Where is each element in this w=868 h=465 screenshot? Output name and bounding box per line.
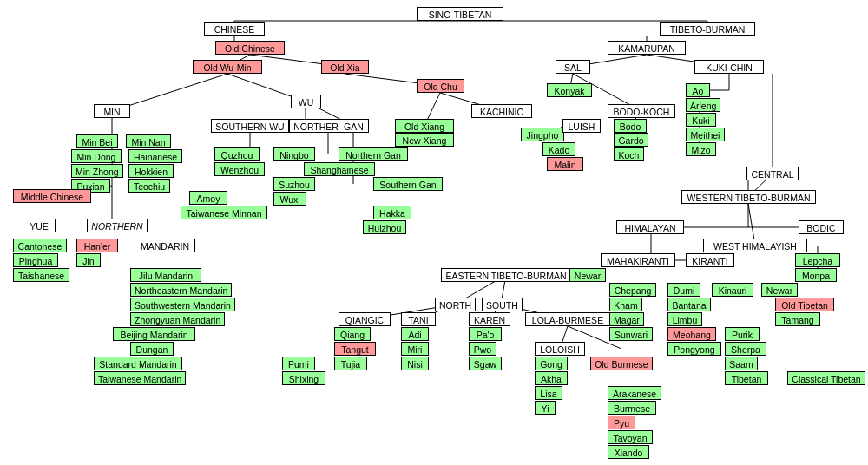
node-wuxi: Wuxi — [273, 192, 306, 206]
node-kamarupan: KAMARUPAN — [608, 41, 686, 55]
node-western-tibeto-burman: WESTERN TIBETO-BURMAN — [681, 190, 816, 204]
node-min-bei: Min Bei — [76, 134, 118, 148]
node-taiwanese-minnan: Taiwanese Minnan — [181, 206, 267, 219]
node-qiangic: QIANGIC — [339, 312, 391, 326]
node-newar2: Newar — [761, 283, 798, 297]
node-hakka: Hakka — [373, 206, 411, 219]
node-west-himalayish: WEST HIMALAYISH — [703, 239, 807, 252]
node-old-burmese: Old Burmese — [590, 357, 653, 370]
node-lepcha: Lepcha — [795, 253, 840, 267]
node-huizhou: Huizhou — [363, 220, 406, 234]
node-min: MIN — [94, 104, 130, 118]
node-qiang: Qiang — [334, 327, 371, 341]
node-akha: Akha — [535, 371, 568, 385]
node-north: NORTH — [435, 298, 476, 311]
node-kiranti: KIRANTI — [686, 253, 734, 267]
node-sal: SAL — [556, 60, 590, 74]
node-gan: GAN — [339, 119, 369, 133]
node-suzhou: Suzhou — [273, 177, 315, 191]
node-jin: Jin — [76, 253, 101, 267]
node-ao: Ao — [686, 83, 710, 97]
node-bodic: BODIC — [799, 220, 844, 234]
node-old-tibetan: Old Tibetan — [775, 298, 834, 311]
node-quzhou: Quzhou — [214, 147, 260, 161]
node-tangut: Tangut — [334, 342, 376, 356]
node-arakanese: Arakanese — [608, 386, 661, 400]
node-southwestern-mandarin: Southwestern Mandarin — [130, 298, 235, 311]
node-old-chinese: Old Chinese — [215, 41, 285, 55]
node-kachinic: KACHINIC — [471, 104, 532, 118]
node-old-wu-min: Old Wu-Min — [193, 60, 262, 74]
node-xiando: Xiando — [608, 445, 649, 459]
node-newar: Newar — [569, 268, 606, 282]
node-dungan: Dungan — [130, 342, 174, 356]
node-taiwanese-mandarin: Taiwanese Mandarin — [94, 371, 186, 385]
node-lisa: Lisa — [535, 386, 562, 400]
node-burmese: Burmese — [608, 401, 656, 415]
node-bantana: Bantana — [667, 298, 711, 311]
node-kuki-chin: KUKI-CHIN — [694, 60, 764, 74]
node-kuki: Kuki — [686, 113, 716, 127]
node-malin: Malin — [547, 157, 583, 171]
node-bodo-koch: BODO-KOCH — [608, 104, 675, 118]
node-chepang: Chepang — [609, 283, 656, 297]
node-northern-gan: Northern Gan — [339, 147, 408, 161]
node-monpa: Monpa — [795, 268, 837, 282]
node-hokkien: Hokkien — [128, 164, 174, 178]
node-nisi: Nisi — [401, 357, 429, 370]
node-beijing-mandarin: Beijing Mandarin — [113, 327, 195, 341]
node-kado: Kado — [542, 142, 575, 156]
node-saam: Saam — [725, 357, 758, 370]
node-miri: Miri — [401, 342, 429, 356]
node-old-xiang: Old Xiang — [395, 119, 454, 133]
node-magar: Magar — [609, 312, 644, 326]
node-min-nan: Min Nan — [126, 134, 171, 148]
node-luish: LUISH — [562, 119, 601, 133]
node-southern-wu: SOUTHERN WU — [211, 119, 289, 133]
node-dumi: Dumi — [667, 283, 700, 297]
node-tibeto-burman: TIBETO-BURMAN — [660, 22, 755, 36]
node-classical-tibetan: Classical Tibetan — [787, 371, 865, 385]
node-eastern-tibeto-burman: EASTERN TIBETO-BURMAN — [441, 268, 571, 282]
node-zhongyuan-mandarin: Zhongyuan Mandarin — [130, 312, 225, 326]
node-old-chu: Old Chu — [417, 79, 464, 93]
node-limbu: Limbu — [667, 312, 702, 326]
language-tree: SINO-TIBETANCHINESETIBETO-BURMANOld Chin… — [0, 0, 868, 465]
node-adi: Adi — [401, 327, 429, 341]
node-northeastern-mandarin: Northeastern Mandarin — [130, 283, 232, 297]
node-gong: Gong — [535, 357, 568, 370]
node-shanghainese: Shanghainese — [304, 162, 375, 176]
node-teochiu: Teochiu — [128, 179, 170, 193]
node-himalayan: HIMALAYAN — [616, 220, 684, 234]
node-tamang: Tamang — [775, 312, 820, 326]
node-chinese: CHINESE — [204, 22, 265, 36]
node-south: SOUTH — [482, 298, 523, 311]
node-central: CENTRAL — [746, 167, 799, 180]
node-amoy: Amoy — [189, 191, 227, 205]
node-sunwari: Sunwari — [609, 327, 653, 341]
node-old-xia: Old Xia — [321, 60, 369, 74]
node-middle-chinese: Middle Chinese — [13, 189, 91, 203]
node-koch: Koch — [614, 147, 644, 161]
node-min-zhong: Min Zhong — [71, 164, 123, 178]
node-bodo: Bodo — [614, 119, 647, 133]
node-mizo: Mizo — [686, 142, 716, 156]
node-pinghua: Pinghua — [13, 253, 58, 267]
node-jingpho: Jingpho — [521, 128, 564, 141]
node-loloish: LOLOISH — [535, 342, 585, 356]
node-tavoyan: Tavoyan — [608, 430, 653, 444]
node-yi: Yi — [535, 401, 556, 415]
node-pyu: Pyu — [608, 416, 635, 429]
node-pongyong: Pongyong — [667, 342, 721, 356]
node-standard-mandarin: Standard Mandarin — [94, 357, 182, 370]
node-tujia: Tujia — [334, 357, 367, 370]
node-purik: Purik — [725, 327, 760, 341]
node-new-xiang: New Xiang — [395, 133, 454, 147]
node-meohang: Meohang — [667, 327, 716, 341]
node-lola-burmese: LOLA-BURMESE — [525, 312, 610, 326]
node-sgaw: Sgaw — [469, 357, 502, 370]
node-ningbo: Ningbo — [273, 147, 315, 161]
node-sherpa: Sherpa — [725, 342, 766, 356]
node-shixing: Shixing — [282, 371, 326, 385]
node-cantonese: Cantonese — [13, 239, 67, 252]
